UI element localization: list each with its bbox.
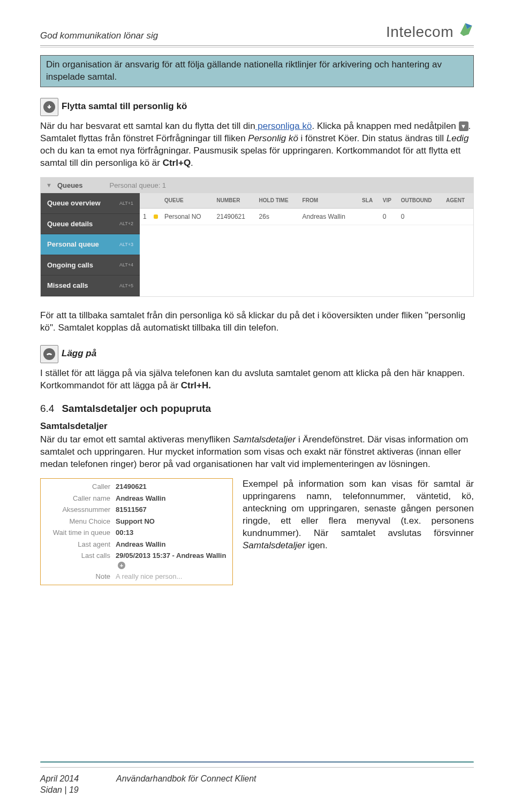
down-arrow-icon: ▼ (459, 121, 468, 131)
subsection-title: Samtalsdetaljer (40, 420, 474, 433)
sec3-paragraph: När du tar emot ett samtal aktiveras men… (40, 434, 474, 471)
callout-text: Din organisation är ansvarig för att föl… (46, 59, 442, 82)
personal-queue-link[interactable]: personliga kö (255, 121, 312, 131)
header-tagline: God kommunikation lönar sig (40, 30, 158, 42)
call-details-box: Caller21490621 Caller nameAndreas Wallin… (40, 478, 233, 585)
sidebar-item-ongoing[interactable]: Ongoing callsALT+4 (41, 255, 140, 276)
move-to-queue-icon (40, 98, 58, 116)
footer-title: Användarhandbok för Connect Klient (116, 773, 256, 796)
queues-sidebar: Queue overviewALT+1 Queue detailsALT+2 P… (41, 193, 140, 296)
queue-row[interactable]: 1 Personal NO 21490621 26s Andreas Walli… (140, 208, 473, 225)
plus-icon[interactable]: + (118, 562, 125, 569)
page-footer: April 2014 Sidan | 19 Användarhandbok fö… (40, 761, 474, 796)
sidebar-item-missed[interactable]: Missed callsALT+5 (41, 275, 140, 296)
logo-icon (457, 21, 474, 42)
collapse-icon[interactable]: ▼ (46, 181, 52, 189)
status-dot-icon (154, 215, 158, 219)
sidebar-item-overview[interactable]: Queue overviewALT+1 (41, 193, 140, 214)
hangup-icon (40, 345, 58, 363)
sec1b-paragraph: För att ta tillbaka samtalet från din pe… (40, 310, 474, 334)
sidebar-item-details[interactable]: Queue detailsALT+2 (41, 214, 140, 235)
callout-box: Din organisation är ansvarig för att föl… (40, 55, 474, 87)
footer-date: April 2014 (40, 773, 79, 785)
sec1-paragraph: När du har besvarat ett samtal kan du fl… (40, 120, 474, 170)
section-title-hangup: Lägg på (62, 348, 96, 360)
note-field[interactable]: A really nice person... (116, 572, 232, 581)
details-side-text: Exempel på information som kan visas för… (243, 478, 474, 552)
footer-page: Sidan | 19 (40, 784, 79, 796)
sec2-paragraph: I stället för att lägga på via själva te… (40, 367, 474, 392)
logo: Intelecom (386, 21, 474, 42)
section-title-details: Samtalsdetaljer och popupruta (62, 402, 211, 416)
queues-header-status: Personal queue: 1 (110, 181, 167, 190)
sidebar-item-personal[interactable]: Personal queueALT+3 (41, 234, 140, 255)
queues-label: Queues (57, 181, 83, 190)
queue-table: QUEUE NUMBER HOLD TIME FROM SLA VIP OUTB… (140, 193, 473, 225)
section-number: 6.4 (40, 402, 54, 416)
logo-text: Intelecom (386, 22, 453, 42)
section-title-move: Flytta samtal till personlig kö (62, 101, 187, 113)
queues-screenshot: ▼ Queues Personal queue: 1 Queue overvie… (40, 177, 474, 297)
